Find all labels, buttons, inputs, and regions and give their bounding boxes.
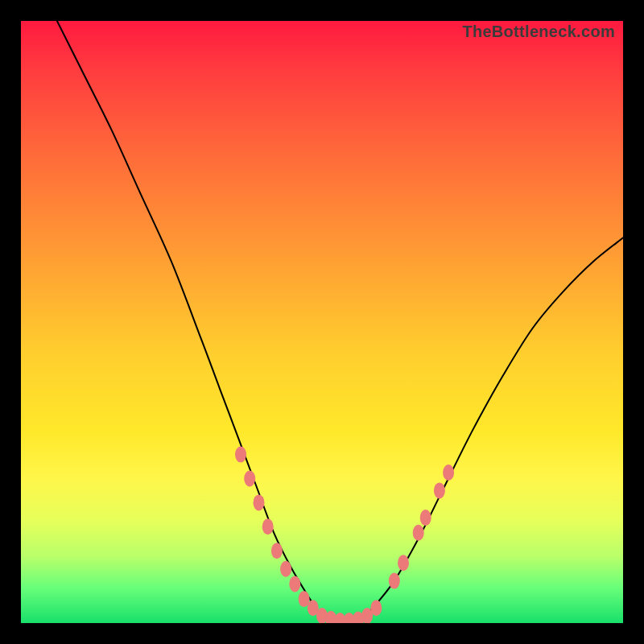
highlight-dot: [420, 510, 431, 526]
bottleneck-curve: [57, 21, 623, 623]
highlight-dots-group: [235, 447, 454, 623]
highlight-dot: [443, 464, 454, 481]
highlight-dot: [370, 600, 382, 616]
highlight-dot: [280, 561, 291, 577]
watermark-text: TheBottleneck.com: [462, 23, 615, 41]
highlight-dot: [398, 555, 409, 571]
highlight-dot: [389, 573, 400, 589]
highlight-dot: [262, 518, 274, 535]
highlight-dot: [289, 576, 300, 592]
highlight-dot: [254, 494, 265, 510]
highlight-dot: [413, 525, 424, 541]
highlight-dot: [235, 447, 246, 463]
chart-plot-area: TheBottleneck.com: [21, 21, 623, 623]
highlight-dot: [244, 471, 255, 487]
highlight-dot: [434, 482, 445, 498]
chart-svg: [21, 21, 623, 623]
highlight-dot: [271, 543, 283, 559]
